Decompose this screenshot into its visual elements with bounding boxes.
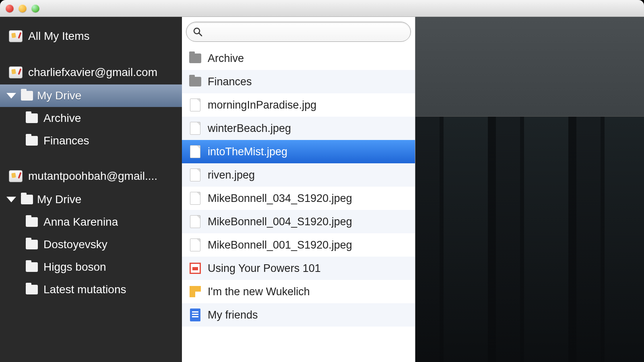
file-row[interactable]: riven.jpeg [182,163,415,187]
file-row[interactable]: My friends [182,303,415,327]
folder-icon [26,136,38,146]
file-row[interactable]: MikeBonnell_004_S1920.jpeg [182,210,415,233]
folder-icon [189,75,201,88]
file-icon [189,168,201,182]
search-box[interactable] [186,22,411,42]
all-items-label: All My Items [28,30,89,43]
file-name-label: riven.jpeg [208,169,255,181]
sidebar-account-0[interactable]: charliefxavier@gmail.com [0,60,182,84]
file-name-label: My friends [208,309,258,321]
sidebar-folder-archive[interactable]: Archive [0,107,182,130]
search-input[interactable] [206,26,404,37]
file-name-label: Using Your Powers 101 [208,262,321,275]
sidebar-mydrive-0[interactable]: My Drive [0,84,182,107]
sidebar: All My Items charliefxavier@gmail.com My… [0,17,182,362]
account-email: charliefxavier@gmail.com [28,66,157,79]
file-name-label: MikeBonnell_001_S1920.jpeg [208,239,352,251]
sidebar-folder-finances[interactable]: Finances [0,130,182,152]
file-icon [189,98,201,112]
file-list-pane: ArchiveFinancesmorningInParadise.jpgwint… [182,17,415,362]
folder-icon [26,217,38,227]
file-row[interactable]: winterBeach.jpeg [182,117,415,140]
file-name-label: Finances [208,76,252,88]
file-name-label: intoTheMist.jpeg [208,146,287,158]
preview-toolbar-area [415,17,644,117]
sidebar-folder-mutations[interactable]: Latest mutations [0,278,182,301]
account-email: mutantpoohbah@gmail.... [28,170,157,183]
file-name-label: Archive [208,52,244,65]
file-row[interactable]: MikeBonnell_001_S1920.jpeg [182,233,415,257]
file-icon [189,121,201,135]
file-list: ArchiveFinancesmorningInParadise.jpgwint… [182,47,415,362]
items-icon [9,30,23,42]
mydrive-label: My Drive [37,193,81,206]
sidebar-folder-anna[interactable]: Anna Karenina [0,211,182,233]
file-name-label: morningInParadise.jpg [208,99,316,111]
sidebar-folder-dostoyevsky[interactable]: Dostoyevsky [0,233,182,256]
search-wrap [182,17,415,47]
sidebar-mydrive-1[interactable]: My Drive [0,188,182,211]
mydrive-label: My Drive [37,89,81,102]
sidebar-account-1[interactable]: mutantpoohbah@gmail.... [0,164,182,188]
minimize-window-button[interactable] [19,4,27,12]
app-window: All My Items charliefxavier@gmail.com My… [0,0,644,362]
file-icon [189,238,201,252]
folder-icon [26,262,38,272]
folder-icon [26,285,38,294]
chevron-down-icon[interactable] [6,197,16,202]
file-row[interactable]: Archive [182,47,415,70]
folder-icon [21,91,33,101]
file-icon [189,191,201,205]
svg-line-1 [199,33,202,36]
file-icon [189,215,201,228]
account-icon [9,170,23,182]
folder-icon [21,195,33,204]
file-icon [189,145,201,158]
file-name-label: MikeBonnell_004_S1920.jpeg [208,216,352,228]
folder-icon [26,240,38,249]
drawing-icon [189,285,201,298]
file-row[interactable]: Using Your Powers 101 [182,257,415,280]
folder-icon [26,113,38,123]
file-row[interactable]: I'm the new Wukelich [182,280,415,303]
file-name-label: winterBeach.jpeg [208,122,291,135]
search-icon [193,27,202,37]
preview-pane [415,17,644,362]
file-row[interactable]: Finances [182,70,415,93]
file-row[interactable]: morningInParadise.jpg [182,93,415,117]
sidebar-folder-higgs[interactable]: Higgs boson [0,256,182,278]
account-icon [9,66,23,78]
document-icon [189,308,201,322]
file-name-label: MikeBonnell_034_S1920.jpeg [208,192,352,205]
chevron-down-icon[interactable] [6,93,16,99]
slides-icon [189,261,201,275]
file-row[interactable]: intoTheMist.jpeg [182,140,415,163]
zoom-window-button[interactable] [31,4,39,12]
window-body: All My Items charliefxavier@gmail.com My… [0,17,644,362]
file-row[interactable]: MikeBonnell_034_S1920.jpeg [182,187,415,210]
file-name-label: I'm the new Wukelich [208,286,310,298]
preview-image[interactable] [415,117,644,362]
folder-icon [189,51,201,65]
titlebar[interactable] [0,0,644,17]
close-window-button[interactable] [6,4,14,12]
sidebar-all-items[interactable]: All My Items [0,24,182,48]
